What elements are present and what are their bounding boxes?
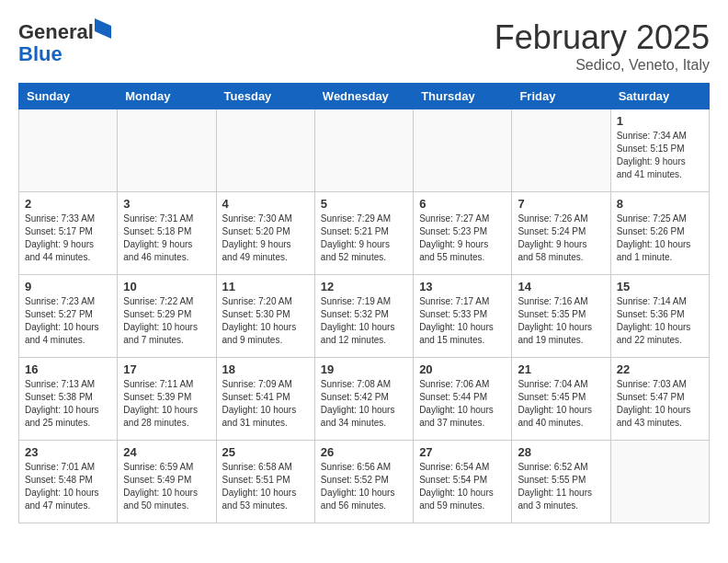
day-info: Sunrise: 7:17 AM Sunset: 5:33 PM Dayligh… bbox=[419, 295, 506, 347]
calendar-cell: 5Sunrise: 7:29 AM Sunset: 5:21 PM Daylig… bbox=[314, 192, 413, 275]
logo-blue: Blue bbox=[18, 42, 63, 65]
day-number: 20 bbox=[419, 362, 506, 376]
day-number: 24 bbox=[123, 445, 210, 459]
calendar-cell: 6Sunrise: 7:27 AM Sunset: 5:23 PM Daylig… bbox=[414, 192, 512, 275]
weekday-header-thursday: Thursday bbox=[414, 84, 512, 109]
calendar-cell: 10Sunrise: 7:22 AM Sunset: 5:29 PM Dayli… bbox=[118, 275, 216, 358]
calendar-cell: 2Sunrise: 7:33 AM Sunset: 5:17 PM Daylig… bbox=[19, 192, 118, 275]
day-number: 8 bbox=[617, 197, 703, 211]
calendar-cell: 20Sunrise: 7:06 AM Sunset: 5:44 PM Dayli… bbox=[414, 358, 512, 441]
logo: General Blue bbox=[18, 18, 111, 65]
calendar-cell: 7Sunrise: 7:26 AM Sunset: 5:24 PM Daylig… bbox=[512, 192, 610, 275]
calendar-cell: 11Sunrise: 7:20 AM Sunset: 5:30 PM Dayli… bbox=[216, 275, 314, 358]
weekday-header-friday: Friday bbox=[512, 84, 610, 109]
day-info: Sunrise: 7:16 AM Sunset: 5:35 PM Dayligh… bbox=[518, 295, 604, 347]
day-number: 18 bbox=[222, 362, 309, 376]
week-row-4: 16Sunrise: 7:13 AM Sunset: 5:38 PM Dayli… bbox=[19, 358, 710, 441]
weekday-header-saturday: Saturday bbox=[610, 84, 709, 109]
location-subtitle: Sedico, Veneto, Italy bbox=[495, 57, 710, 74]
calendar-cell: 25Sunrise: 6:58 AM Sunset: 5:51 PM Dayli… bbox=[216, 441, 314, 523]
day-info: Sunrise: 7:23 AM Sunset: 5:27 PM Dayligh… bbox=[25, 295, 111, 347]
day-info: Sunrise: 7:29 AM Sunset: 5:21 PM Dayligh… bbox=[321, 213, 407, 264]
calendar-cell: 3Sunrise: 7:31 AM Sunset: 5:18 PM Daylig… bbox=[118, 192, 216, 275]
day-number: 22 bbox=[617, 362, 703, 376]
day-info: Sunrise: 7:06 AM Sunset: 5:44 PM Dayligh… bbox=[419, 378, 506, 430]
day-number: 15 bbox=[617, 280, 703, 293]
calendar-cell: 4Sunrise: 7:30 AM Sunset: 5:20 PM Daylig… bbox=[216, 192, 314, 275]
calendar-cell: 14Sunrise: 7:16 AM Sunset: 5:35 PM Dayli… bbox=[512, 275, 610, 358]
day-number: 12 bbox=[321, 280, 407, 293]
title-block: February 2025 Sedico, Veneto, Italy bbox=[495, 18, 710, 74]
calendar-cell: 17Sunrise: 7:11 AM Sunset: 5:39 PM Dayli… bbox=[118, 358, 216, 441]
week-row-3: 9Sunrise: 7:23 AM Sunset: 5:27 PM Daylig… bbox=[19, 275, 710, 358]
day-info: Sunrise: 7:19 AM Sunset: 5:32 PM Dayligh… bbox=[321, 295, 407, 347]
calendar-cell: 13Sunrise: 7:17 AM Sunset: 5:33 PM Dayli… bbox=[414, 275, 512, 358]
day-info: Sunrise: 7:34 AM Sunset: 5:15 PM Dayligh… bbox=[617, 130, 703, 181]
day-info: Sunrise: 7:13 AM Sunset: 5:38 PM Dayligh… bbox=[25, 378, 111, 430]
day-number: 1 bbox=[617, 114, 703, 128]
weekday-header-sunday: Sunday bbox=[19, 84, 118, 109]
day-info: Sunrise: 6:52 AM Sunset: 5:55 PM Dayligh… bbox=[518, 461, 604, 512]
calendar-cell bbox=[414, 109, 512, 192]
day-number: 7 bbox=[518, 197, 604, 211]
day-info: Sunrise: 7:14 AM Sunset: 5:36 PM Dayligh… bbox=[617, 295, 703, 347]
day-info: Sunrise: 7:22 AM Sunset: 5:29 PM Dayligh… bbox=[123, 295, 210, 347]
day-number: 23 bbox=[25, 445, 111, 459]
weekday-header-monday: Monday bbox=[118, 84, 216, 109]
day-number: 25 bbox=[222, 445, 309, 459]
weekday-header-row: SundayMondayTuesdayWednesdayThursdayFrid… bbox=[19, 84, 710, 109]
day-number: 9 bbox=[25, 280, 111, 293]
calendar-cell: 21Sunrise: 7:04 AM Sunset: 5:45 PM Dayli… bbox=[512, 358, 610, 441]
day-info: Sunrise: 7:04 AM Sunset: 5:45 PM Dayligh… bbox=[518, 378, 604, 430]
day-info: Sunrise: 7:33 AM Sunset: 5:17 PM Dayligh… bbox=[25, 213, 111, 264]
day-info: Sunrise: 7:11 AM Sunset: 5:39 PM Dayligh… bbox=[123, 378, 210, 430]
day-info: Sunrise: 7:01 AM Sunset: 5:48 PM Dayligh… bbox=[25, 461, 111, 512]
day-info: Sunrise: 7:20 AM Sunset: 5:30 PM Dayligh… bbox=[222, 295, 309, 347]
calendar-cell: 16Sunrise: 7:13 AM Sunset: 5:38 PM Dayli… bbox=[19, 358, 118, 441]
day-info: Sunrise: 7:26 AM Sunset: 5:24 PM Dayligh… bbox=[518, 213, 604, 264]
calendar-table: SundayMondayTuesdayWednesdayThursdayFrid… bbox=[18, 83, 710, 523]
page-header: General Blue February 2025 Sedico, Venet… bbox=[18, 18, 710, 74]
week-row-1: 1Sunrise: 7:34 AM Sunset: 5:15 PM Daylig… bbox=[19, 109, 710, 192]
day-info: Sunrise: 7:09 AM Sunset: 5:41 PM Dayligh… bbox=[222, 378, 309, 430]
day-info: Sunrise: 7:25 AM Sunset: 5:26 PM Dayligh… bbox=[617, 213, 703, 264]
calendar-cell bbox=[19, 109, 118, 192]
calendar-cell: 1Sunrise: 7:34 AM Sunset: 5:15 PM Daylig… bbox=[610, 109, 709, 192]
day-number: 16 bbox=[25, 362, 111, 376]
month-title: February 2025 bbox=[495, 18, 710, 57]
logo-icon bbox=[95, 18, 111, 39]
day-number: 4 bbox=[222, 197, 309, 211]
logo-general: General bbox=[18, 20, 94, 43]
calendar-cell bbox=[118, 109, 216, 192]
day-number: 6 bbox=[419, 197, 506, 211]
calendar-cell: 27Sunrise: 6:54 AM Sunset: 5:54 PM Dayli… bbox=[414, 441, 512, 523]
day-number: 3 bbox=[123, 197, 210, 211]
calendar-cell bbox=[314, 109, 413, 192]
day-info: Sunrise: 6:59 AM Sunset: 5:49 PM Dayligh… bbox=[123, 461, 210, 512]
day-info: Sunrise: 7:27 AM Sunset: 5:23 PM Dayligh… bbox=[419, 213, 506, 264]
calendar-cell: 19Sunrise: 7:08 AM Sunset: 5:42 PM Dayli… bbox=[314, 358, 413, 441]
day-info: Sunrise: 7:30 AM Sunset: 5:20 PM Dayligh… bbox=[222, 213, 309, 264]
day-info: Sunrise: 6:54 AM Sunset: 5:54 PM Dayligh… bbox=[419, 461, 506, 512]
day-info: Sunrise: 6:56 AM Sunset: 5:52 PM Dayligh… bbox=[321, 461, 407, 512]
day-number: 26 bbox=[321, 445, 407, 459]
calendar-cell: 12Sunrise: 7:19 AM Sunset: 5:32 PM Dayli… bbox=[314, 275, 413, 358]
day-number: 5 bbox=[321, 197, 407, 211]
calendar-cell: 18Sunrise: 7:09 AM Sunset: 5:41 PM Dayli… bbox=[216, 358, 314, 441]
calendar-cell: 24Sunrise: 6:59 AM Sunset: 5:49 PM Dayli… bbox=[118, 441, 216, 523]
calendar-cell: 26Sunrise: 6:56 AM Sunset: 5:52 PM Dayli… bbox=[314, 441, 413, 523]
week-row-5: 23Sunrise: 7:01 AM Sunset: 5:48 PM Dayli… bbox=[19, 441, 710, 523]
day-number: 19 bbox=[321, 362, 407, 376]
day-info: Sunrise: 7:08 AM Sunset: 5:42 PM Dayligh… bbox=[321, 378, 407, 430]
day-info: Sunrise: 7:03 AM Sunset: 5:47 PM Dayligh… bbox=[617, 378, 703, 430]
svg-marker-0 bbox=[95, 18, 111, 39]
day-number: 27 bbox=[419, 445, 506, 459]
day-number: 11 bbox=[222, 280, 309, 293]
calendar-cell: 9Sunrise: 7:23 AM Sunset: 5:27 PM Daylig… bbox=[19, 275, 118, 358]
weekday-header-tuesday: Tuesday bbox=[216, 84, 314, 109]
calendar-cell: 8Sunrise: 7:25 AM Sunset: 5:26 PM Daylig… bbox=[610, 192, 709, 275]
week-row-2: 2Sunrise: 7:33 AM Sunset: 5:17 PM Daylig… bbox=[19, 192, 710, 275]
day-number: 14 bbox=[518, 280, 604, 293]
weekday-header-wednesday: Wednesday bbox=[314, 84, 413, 109]
day-info: Sunrise: 7:31 AM Sunset: 5:18 PM Dayligh… bbox=[123, 213, 210, 264]
